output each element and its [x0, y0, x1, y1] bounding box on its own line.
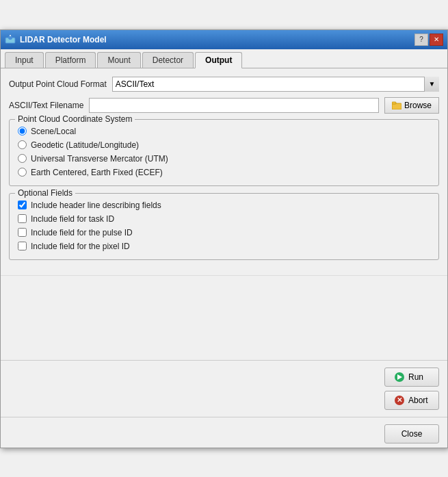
checkbox-pulse-id: Include field for the pulse ID — [18, 228, 430, 237]
window-close-button[interactable]: ✕ — [430, 34, 443, 46]
radio-geodetic: Geodetic (Latitude/Longitude) — [18, 140, 430, 150]
title-buttons: ? ✕ — [414, 34, 443, 46]
help-button[interactable]: ? — [414, 34, 428, 46]
filename-input[interactable] — [89, 98, 379, 113]
separator — [1, 360, 447, 361]
coordinate-group-title: Point Cloud Coordinate System — [15, 114, 135, 124]
tab-input[interactable]: Input — [5, 52, 44, 68]
main-window: LIDAR Detector Model ? ✕ Input Platform … — [0, 29, 448, 448]
radio-utm-input[interactable] — [18, 154, 27, 163]
run-button-row: Run — [1, 363, 447, 391]
run-icon — [395, 372, 404, 382]
checkbox-task-id: Include field for task ID — [18, 214, 430, 224]
checkbox-pixel-id-input[interactable] — [18, 242, 27, 250]
radio-geodetic-label[interactable]: Geodetic (Latitude/Longitude) — [31, 140, 139, 150]
checkbox-task-id-label[interactable]: Include field for task ID — [31, 214, 114, 224]
radio-ecef-label[interactable]: Earth Centered, Earth Fixed (ECEF) — [31, 168, 163, 177]
close-button-row: Close — [1, 420, 447, 448]
lidar-icon — [5, 34, 16, 45]
optional-fields-group: Optional Fields Include header line desc… — [9, 193, 439, 260]
abort-button-row: ✕ Abort — [1, 391, 447, 414]
radio-scene-local: Scene/Local — [18, 127, 430, 136]
radio-scene-local-label[interactable]: Scene/Local — [31, 127, 76, 136]
tab-mount[interactable]: Mount — [97, 52, 140, 68]
checkbox-pulse-id-label[interactable]: Include field for the pulse ID — [31, 228, 133, 237]
format-label: Output Point Cloud Format — [9, 79, 107, 89]
tab-bar: Input Platform Mount Detector Output — [1, 49, 447, 68]
radio-ecef-input[interactable] — [18, 168, 27, 177]
radio-utm: Universal Transverse Mercator (UTM) — [18, 154, 430, 164]
abort-label: Abort — [408, 396, 428, 405]
abort-icon: ✕ — [395, 396, 404, 405]
filename-label: ASCII/Text Filename — [9, 101, 83, 110]
abort-button[interactable]: ✕ Abort — [384, 391, 439, 410]
run-label: Run — [408, 372, 423, 382]
footer-separator — [1, 417, 447, 417]
svg-rect-4 — [392, 102, 396, 104]
checkbox-header-line-label[interactable]: Include header line describing fields — [31, 201, 161, 210]
checkbox-pixel-id: Include field for the pixel ID — [18, 242, 430, 251]
close-button[interactable]: Close — [384, 424, 439, 443]
checkbox-task-id-input[interactable] — [18, 214, 27, 223]
tab-detector[interactable]: Detector — [142, 52, 194, 68]
folder-icon — [392, 101, 401, 109]
radio-geodetic-input[interactable] — [18, 140, 27, 149]
format-select-wrapper: ASCII/Text ▼ — [112, 77, 439, 92]
tab-platform[interactable]: Platform — [45, 52, 96, 68]
run-button[interactable]: Run — [384, 368, 439, 387]
tab-output[interactable]: Output — [195, 52, 242, 68]
window-title: LIDAR Detector Model — [20, 35, 107, 44]
coordinate-group: Point Cloud Coordinate System Scene/Loca… — [9, 119, 439, 186]
bottom-area — [1, 275, 447, 357]
radio-utm-label[interactable]: Universal Transverse Mercator (UTM) — [31, 154, 168, 164]
radio-scene-local-input[interactable] — [18, 127, 27, 136]
title-bar: LIDAR Detector Model ? ✕ — [1, 30, 447, 49]
output-tab-content: Output Point Cloud Format ASCII/Text ▼ A… — [1, 68, 447, 275]
filename-row: ASCII/Text Filename Browse — [9, 97, 439, 114]
checkbox-header-line: Include header line describing fields — [18, 201, 430, 210]
checkbox-header-line-input[interactable] — [18, 201, 27, 209]
title-bar-left: LIDAR Detector Model — [5, 34, 107, 45]
radio-ecef: Earth Centered, Earth Fixed (ECEF) — [18, 168, 430, 177]
browse-button[interactable]: Browse — [384, 97, 439, 114]
checkbox-pulse-id-input[interactable] — [18, 228, 27, 237]
checkbox-pixel-id-label[interactable]: Include field for the pixel ID — [31, 242, 130, 251]
optional-fields-title: Optional Fields — [15, 188, 75, 198]
format-select[interactable]: ASCII/Text — [112, 77, 439, 92]
format-row: Output Point Cloud Format ASCII/Text ▼ — [9, 77, 439, 92]
